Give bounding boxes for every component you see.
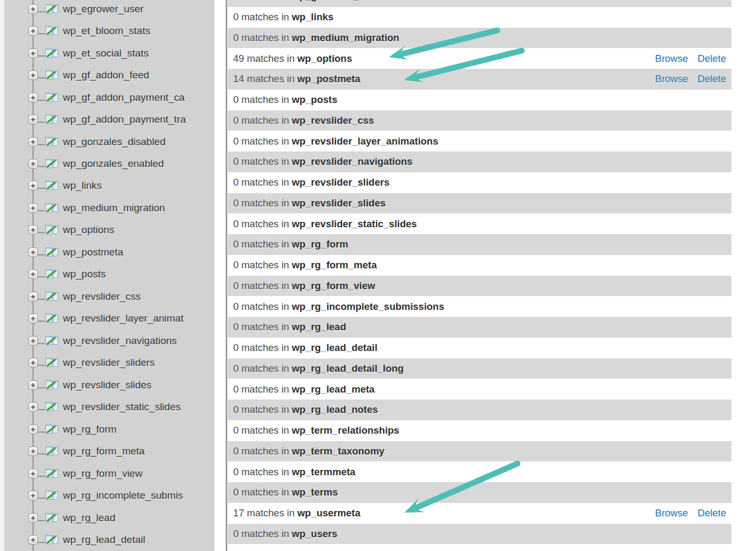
sidebar-table-label[interactable]: wp_et_bloom_stats xyxy=(63,25,150,37)
sidebar-table-label[interactable]: wp_revslider_layer_animat xyxy=(63,313,184,324)
sidebar-table-label[interactable]: wp_options xyxy=(63,224,114,236)
expand-plus-icon[interactable]: + xyxy=(28,247,38,257)
expand-plus-icon[interactable]: + xyxy=(28,159,38,169)
expand-plus-icon[interactable]: + xyxy=(28,137,38,147)
sidebar-table-label[interactable]: wp_gf_addon_payment_ca xyxy=(63,92,185,103)
tree-branch-dash xyxy=(38,365,45,366)
expand-plus-icon[interactable]: + xyxy=(28,513,38,523)
sidebar-table-item[interactable]: + xyxy=(4,131,214,153)
expand-plus-icon[interactable]: + xyxy=(28,292,38,301)
sidebar-table-item[interactable]: + xyxy=(4,529,214,550)
sidebar-table-item[interactable]: + xyxy=(4,153,214,174)
sidebar-table-item[interactable]: + xyxy=(4,396,214,418)
sidebar-table-label[interactable]: wp_revslider_slides xyxy=(63,379,152,391)
expand-plus-icon[interactable]: + xyxy=(28,4,38,14)
sidebar-table-label[interactable]: wp_revslider_css xyxy=(63,291,141,302)
sidebar-table-item[interactable]: + xyxy=(4,175,214,197)
expand-plus-icon[interactable]: + xyxy=(28,115,38,124)
sidebar-table-label[interactable]: wp_postmeta xyxy=(63,246,123,258)
expand-plus-icon[interactable]: + xyxy=(28,49,38,58)
tree-branch-dash xyxy=(38,11,45,12)
sidebar-table-item[interactable]: + xyxy=(4,20,214,42)
match-count-text: 0 matches in xyxy=(233,135,289,147)
sidebar-table-label[interactable]: wp_revslider_static_slides xyxy=(63,401,181,413)
match-count-text: 0 matches in xyxy=(233,301,289,312)
expand-plus-icon[interactable]: + xyxy=(28,93,38,102)
expand-plus-icon[interactable]: + xyxy=(28,70,38,80)
sidebar-table-item[interactable]: + xyxy=(4,352,214,374)
sidebar-table-item[interactable]: + xyxy=(4,308,214,330)
table-name: wp_rg_lead_notes xyxy=(292,404,378,415)
sidebar-table-item[interactable]: + xyxy=(4,42,214,64)
sidebar-table-label[interactable]: wp_rg_form_view xyxy=(63,468,142,480)
table-icon xyxy=(45,4,58,14)
sidebar-table-item[interactable]: + xyxy=(4,197,214,219)
sidebar-table-label[interactable]: wp_medium_migration xyxy=(63,202,165,214)
sidebar-table-item[interactable]: + xyxy=(4,374,214,396)
match-count-text: 0 matches in xyxy=(233,238,289,250)
sidebar-table-item[interactable]: + xyxy=(4,285,214,307)
sidebar-table-item[interactable]: + xyxy=(4,418,214,440)
sidebar-table-label[interactable]: wp_links xyxy=(63,180,102,191)
table-icon xyxy=(45,269,58,280)
sidebar-table-label[interactable]: wp_egrower_user xyxy=(63,3,144,15)
match-count-text: 0 matches in xyxy=(233,445,289,457)
delete-link[interactable]: Delete xyxy=(698,73,726,85)
expand-plus-icon[interactable]: + xyxy=(28,203,38,213)
sidebar-table-item[interactable]: + xyxy=(4,241,214,263)
sidebar-table-label[interactable]: wp_rg_form xyxy=(63,424,116,435)
expand-plus-icon[interactable]: + xyxy=(28,491,38,500)
sidebar-table-label[interactable]: wp_rg_lead xyxy=(63,512,115,524)
expand-plus-icon[interactable]: + xyxy=(28,336,38,346)
sidebar-table-item[interactable]: + xyxy=(4,219,214,241)
sidebar-table-label[interactable]: wp_rg_form_meta xyxy=(63,445,145,457)
sidebar-table-item[interactable]: + xyxy=(4,86,214,108)
expand-plus-icon[interactable]: + xyxy=(28,402,38,412)
sidebar-table-item[interactable]: + xyxy=(4,462,214,484)
tree-branch-dash xyxy=(38,254,45,255)
sidebar-table-label[interactable]: wp_revslider_navigations xyxy=(63,335,177,347)
sidebar-table-label[interactable]: wp_posts xyxy=(63,268,106,280)
tree-branch-dash xyxy=(38,210,45,211)
delete-link[interactable]: Delete xyxy=(698,53,726,65)
sidebar-table-label[interactable]: wp_gf_addon_payment_tra xyxy=(63,114,186,125)
sidebar-table-item[interactable]: + xyxy=(4,440,214,462)
search-result-row: 0 matches inwp_revslider_css xyxy=(228,110,731,131)
browse-link[interactable]: Browse xyxy=(655,73,688,85)
expand-plus-icon[interactable]: + xyxy=(28,181,38,190)
sidebar-table-label[interactable]: wp_rg_lead_detail xyxy=(63,534,145,546)
sidebar-table-item[interactable]: + xyxy=(4,507,214,529)
sidebar-table-item[interactable]: + xyxy=(4,64,214,86)
browse-link[interactable]: Browse xyxy=(655,53,688,65)
tree-branch-dash xyxy=(38,343,45,344)
expand-plus-icon[interactable]: + xyxy=(28,314,38,323)
sidebar-table-item[interactable]: + xyxy=(4,108,214,130)
expand-plus-icon[interactable]: + xyxy=(28,446,38,456)
expand-plus-icon[interactable]: + xyxy=(28,26,38,36)
sidebar-table-item[interactable]: + xyxy=(4,330,214,352)
sidebar-table-item[interactable]: + xyxy=(4,263,214,285)
sidebar-table-item[interactable]: + xyxy=(4,484,214,506)
sidebar-table-label[interactable]: wp_revslider_sliders xyxy=(63,357,155,369)
sidebar-table-label[interactable]: wp_gonzales_disabled xyxy=(63,136,165,148)
match-count-text: 0 matches in xyxy=(233,156,289,167)
table-icon xyxy=(45,380,58,390)
expand-plus-icon[interactable]: + xyxy=(28,425,38,434)
expand-plus-icon[interactable]: + xyxy=(28,469,38,478)
sidebar-table-label[interactable]: wp_gonzales_enabled xyxy=(63,158,164,170)
table-tree-list: + xyxy=(4,0,214,551)
sidebar-table-label[interactable]: wp_gf_addon_feed xyxy=(63,69,149,81)
sidebar-table-label[interactable]: wp_rg_incomplete_submis xyxy=(63,490,183,501)
table-name: wp_rg_lead xyxy=(292,321,346,332)
table-name: wp_revslider_css xyxy=(292,115,374,126)
tree-branch-dash xyxy=(38,188,45,189)
expand-plus-icon[interactable]: + xyxy=(28,225,38,235)
expand-plus-icon[interactable]: + xyxy=(28,380,38,390)
sidebar-table-label[interactable]: wp_et_social_stats xyxy=(63,47,149,59)
expand-plus-icon[interactable]: + xyxy=(28,269,38,279)
expand-plus-icon[interactable]: + xyxy=(28,535,38,545)
expand-plus-icon[interactable]: + xyxy=(28,358,38,368)
delete-link[interactable]: Delete xyxy=(698,507,726,519)
browse-link[interactable]: Browse xyxy=(655,507,688,519)
sidebar-table-item[interactable]: + xyxy=(4,0,214,20)
